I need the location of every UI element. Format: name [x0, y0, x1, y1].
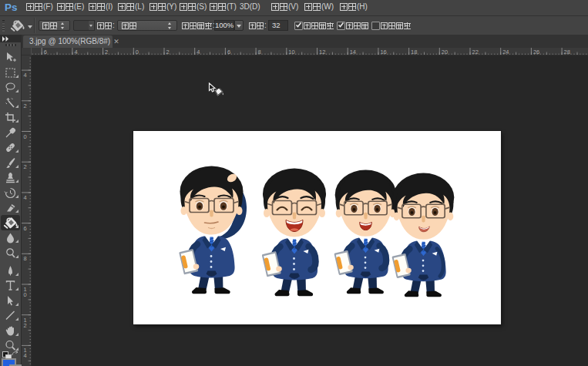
svg-text:4: 4 — [74, 49, 77, 55]
svg-text:16: 16 — [380, 49, 386, 55]
svg-text:8: 8 — [24, 255, 27, 262]
svg-text:4: 4 — [24, 194, 27, 201]
svg-text:6: 6 — [227, 49, 230, 55]
svg-text:2: 2 — [166, 49, 170, 55]
svg-text:6: 6 — [44, 49, 47, 55]
svg-text:4: 4 — [24, 352, 27, 359]
svg-text:10: 10 — [288, 49, 294, 55]
svg-text:12: 12 — [319, 49, 325, 55]
svg-text:0: 0 — [136, 49, 139, 55]
svg-text:0: 0 — [24, 291, 27, 298]
svg-text:0: 0 — [24, 133, 27, 140]
svg-text:2: 2 — [24, 322, 27, 329]
svg-text:24: 24 — [502, 49, 509, 55]
svg-text:26: 26 — [533, 49, 539, 55]
svg-text:2: 2 — [105, 49, 108, 55]
svg-text:22: 22 — [472, 49, 479, 55]
svg-text:18: 18 — [411, 49, 417, 55]
svg-text:8: 8 — [258, 49, 261, 55]
svg-text:2: 2 — [24, 163, 27, 170]
svg-text:6: 6 — [24, 225, 27, 232]
svg-text:20: 20 — [442, 49, 448, 55]
svg-text:28: 28 — [564, 49, 570, 55]
svg-text:2: 2 — [24, 102, 27, 109]
svg-text:4: 4 — [197, 49, 200, 55]
svg-text:14: 14 — [350, 49, 356, 55]
svg-text:4: 4 — [24, 72, 27, 79]
